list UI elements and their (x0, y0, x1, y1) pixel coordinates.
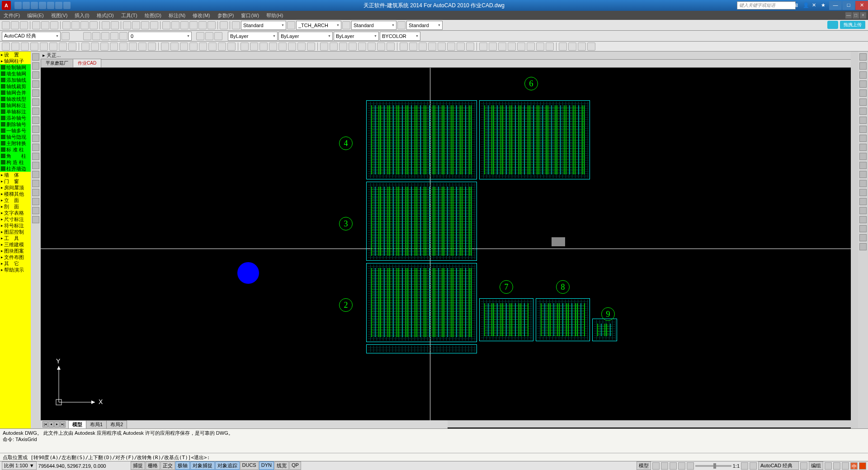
tz-tool-34-icon[interactable] (339, 42, 347, 51)
layer-iso-icon[interactable] (214, 32, 222, 40)
layout-tab-2[interactable]: 布局2 (106, 420, 127, 429)
new-icon[interactable] (2, 21, 10, 29)
tz-tool-6-icon[interactable] (59, 42, 67, 51)
status-grid-icon[interactable] (652, 462, 660, 470)
doc-tab-0[interactable]: 平泉蘑菇厂 (41, 59, 73, 67)
preview-icon[interactable] (41, 21, 49, 29)
tz-item-17[interactable]: 构 造 柱 (0, 159, 31, 165)
layer-dropdown[interactable]: 0 (128, 32, 192, 41)
tz-tool-25-icon[interactable] (250, 42, 258, 51)
zoom-slider[interactable] (695, 465, 731, 467)
tz-tool-18-icon[interactable] (180, 42, 188, 51)
pan-icon[interactable] (123, 21, 131, 29)
tz-tool-37-icon[interactable] (368, 42, 376, 51)
tz-item-32[interactable]: 文件布图 (0, 254, 31, 260)
tab-nav-next-icon[interactable]: ▸ (54, 421, 60, 428)
tz-tool-35-icon[interactable] (349, 42, 357, 51)
properties-icon[interactable] (162, 21, 170, 29)
linetype-dropdown[interactable]: ByLayer (278, 32, 333, 41)
scale-icon[interactable] (859, 117, 867, 124)
tz-tool-14-icon[interactable] (138, 42, 146, 51)
sheet-set-icon[interactable] (189, 21, 198, 29)
status-toggle-对象捕捉[interactable]: 对象捕捉 (190, 461, 215, 470)
status-qv-icon[interactable] (661, 462, 668, 470)
tz-item-0[interactable]: 设 置 (0, 52, 31, 58)
layer-color-icon[interactable] (119, 32, 127, 40)
tz-item-14[interactable]: 主附转换 (0, 140, 31, 146)
tz-tool-47-icon[interactable] (466, 42, 474, 51)
arc-icon[interactable] (32, 99, 39, 106)
mirror-icon[interactable] (859, 71, 867, 79)
tz-tool-13-icon[interactable] (129, 42, 137, 51)
menu-view[interactable]: 视图(V) (51, 12, 68, 19)
tz-tool-36-icon[interactable] (358, 42, 366, 51)
status-workspace[interactable]: AutoCAD 经典 (758, 461, 799, 470)
layer-off-icon[interactable] (101, 32, 109, 40)
tz-tool-58-icon[interactable] (578, 42, 586, 51)
menu-insert[interactable]: 插入(I) (75, 12, 89, 19)
tz-tool-46-icon[interactable] (457, 42, 465, 51)
command-input[interactable]: 点取位置或 [转90度(A)/左右翻(S)/上下翻(D)/对齐(F)/改转角(R… (0, 453, 868, 461)
tz-tool-0-icon[interactable] (2, 42, 10, 51)
tz-tool-29-icon[interactable] (288, 42, 296, 51)
qat-redo-icon[interactable] (47, 2, 54, 9)
nav-zoom-icon[interactable] (859, 216, 867, 223)
doc-tab-1[interactable]: 作业CAD (73, 59, 101, 67)
tz-item-33[interactable]: 其 它 (0, 260, 31, 267)
status-hw-icon[interactable] (825, 462, 832, 470)
tz-tool-21-icon[interactable] (208, 42, 217, 51)
tab-nav-prev-icon[interactable]: ◂ (48, 421, 54, 428)
tangent-panel-header[interactable]: ▸ 天正... (41, 52, 851, 60)
tz-tool-11-icon[interactable] (110, 42, 118, 51)
tz-item-12[interactable]: 一轴多号 (0, 127, 31, 134)
tz-tool-48-icon[interactable] (479, 42, 487, 51)
status-lock-icon[interactable] (800, 462, 807, 470)
cut-icon[interactable] (62, 21, 71, 29)
tz-tool-42-icon[interactable] (419, 42, 427, 51)
scale-dropdown[interactable]: 比例 1:100 ▼ (2, 461, 37, 470)
status-toggle-极轴[interactable]: 极轴 (175, 461, 190, 470)
sign-in-icon[interactable]: 👤 (803, 2, 809, 9)
tz-tool-7-icon[interactable] (68, 42, 76, 51)
tz-tool-57-icon[interactable] (568, 42, 576, 51)
tz-tool-17-icon[interactable] (170, 42, 179, 51)
layer-freeze-icon[interactable] (92, 32, 100, 40)
menu-dimension[interactable]: 标注(N) (169, 12, 185, 19)
tz-item-2[interactable]: 绘制轴网 (0, 64, 31, 70)
tz-item-7[interactable]: 轴改线型 (0, 96, 31, 102)
menu-window[interactable]: 窗口(W) (241, 12, 259, 19)
tz-item-34[interactable]: 帮助演示 (0, 267, 31, 273)
tz-item-30[interactable]: 三维建模 (0, 241, 31, 248)
doc-restore-button[interactable]: □ (853, 12, 859, 19)
doc-minimize-button[interactable]: — (845, 12, 852, 19)
lineweight-dropdown[interactable]: ByLayer (334, 32, 379, 41)
join-icon[interactable] (859, 162, 867, 169)
tz-item-6[interactable]: 轴网合并 (0, 89, 31, 96)
status-clean-icon[interactable] (842, 462, 849, 470)
break-icon[interactable] (859, 153, 867, 160)
point-icon[interactable] (32, 171, 39, 178)
open-icon[interactable] (11, 21, 19, 29)
status-annoauto-icon[interactable] (750, 462, 757, 470)
layer-lock-icon[interactable] (110, 32, 118, 40)
menu-draw[interactable]: 绘图(D) (145, 12, 161, 19)
status-toggle-线宽[interactable]: 线宽 (274, 461, 289, 470)
tz-item-25[interactable]: 文字表格 (0, 210, 31, 216)
hatch-icon[interactable] (32, 180, 39, 187)
tz-item-28[interactable]: 图层控制 (0, 229, 31, 235)
menu-edit[interactable]: 编辑(E) (27, 12, 44, 19)
tz-tool-1-icon[interactable] (11, 42, 19, 51)
tz-tool-30-icon[interactable] (297, 42, 306, 51)
status-model[interactable]: 模型 (637, 461, 651, 470)
tz-tool-38-icon[interactable] (377, 42, 385, 51)
tz-item-15[interactable]: 标 准 柱 (0, 146, 31, 153)
line-icon[interactable] (32, 53, 39, 61)
pline-icon[interactable] (32, 71, 39, 79)
qat-print-icon[interactable] (55, 2, 62, 9)
layout-tab-1[interactable]: 布局1 (86, 420, 107, 429)
zoom-realtime-icon[interactable] (132, 21, 140, 29)
tz-item-13[interactable]: 轴号隐现 (0, 134, 31, 140)
table-icon[interactable] (32, 207, 39, 214)
tab-nav-last-icon[interactable]: ▸| (60, 421, 66, 428)
tz-tool-24-icon[interactable] (241, 42, 249, 51)
